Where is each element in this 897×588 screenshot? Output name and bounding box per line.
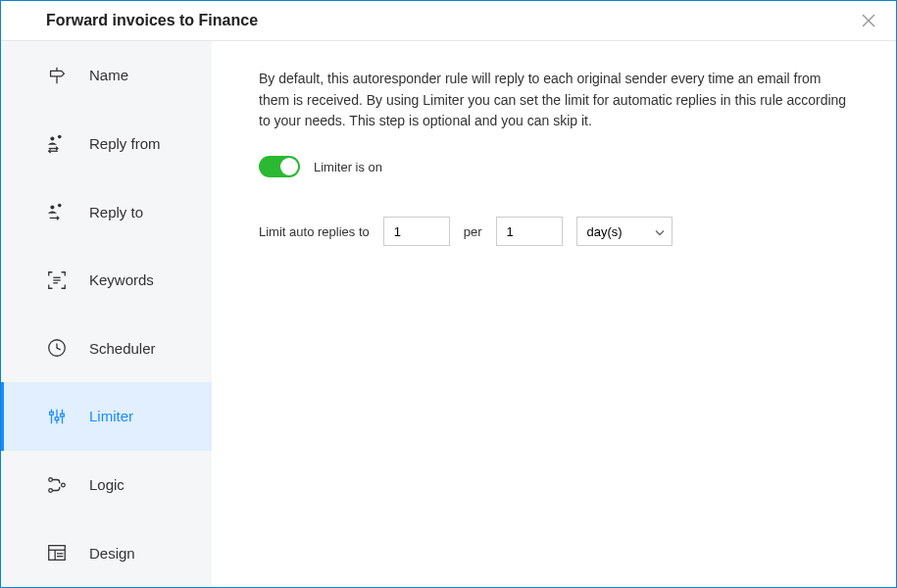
svg-point-23: [62, 483, 66, 487]
people-arrows-icon: [46, 132, 68, 154]
limit-per-label: per: [464, 224, 482, 239]
dialog: Forward invoices to Finance Name Reply f…: [0, 0, 897, 588]
limit-prefix-label: Limit auto replies to: [259, 224, 370, 239]
signpost-icon: [46, 65, 68, 86]
limit-unit-select[interactable]: day(s): [576, 217, 673, 246]
sidebar-item-limiter[interactable]: Limiter: [1, 382, 212, 451]
sidebar-item-keywords[interactable]: Keywords: [1, 246, 212, 315]
toggle-knob: [280, 158, 298, 175]
sidebar-item-logic[interactable]: Logic: [1, 451, 212, 519]
svg-point-8: [50, 205, 54, 209]
limit-unit-select-wrap: day(s): [576, 217, 673, 246]
body: Name Reply from Reply to Keywords: [1, 41, 896, 587]
limit-per-input[interactable]: [496, 217, 563, 246]
sidebar-item-name[interactable]: Name: [1, 41, 212, 110]
sidebar-item-label: Logic: [89, 476, 125, 493]
limit-count-input[interactable]: [383, 217, 450, 246]
close-button[interactable]: [859, 11, 878, 30]
header: Forward invoices to Finance: [1, 1, 896, 41]
description-text: By default, this autoresponder rule will…: [259, 69, 849, 132]
sidebar-item-label: Reply from: [89, 135, 161, 152]
svg-rect-20: [61, 414, 65, 416]
svg-point-21: [49, 477, 53, 481]
limit-settings-row: Limit auto replies to per day(s): [259, 217, 849, 246]
scan-text-icon: [46, 270, 68, 291]
sidebar-item-label: Name: [89, 67, 128, 83]
limiter-toggle-row: Limiter is on: [259, 156, 849, 177]
sidebar-item-design[interactable]: Design: [1, 518, 212, 587]
sidebar-item-label: Reply to: [89, 204, 143, 220]
sidebar-item-label: Keywords: [89, 271, 154, 288]
svg-point-5: [58, 135, 62, 139]
sidebar: Name Reply from Reply to Keywords: [1, 41, 212, 587]
sidebar-item-reply-to[interactable]: Reply to: [1, 177, 212, 246]
people-reply-icon: [46, 201, 68, 222]
sidebar-item-reply-from[interactable]: Reply from: [1, 110, 212, 178]
sidebar-item-label: Limiter: [89, 408, 133, 424]
svg-rect-16: [50, 412, 54, 415]
svg-point-9: [58, 204, 62, 208]
sidebar-item-label: Design: [89, 545, 135, 562]
limiter-toggle[interactable]: [259, 156, 300, 177]
svg-point-4: [50, 137, 54, 141]
sidebar-item-label: Scheduler: [89, 340, 156, 357]
page-title: Forward invoices to Finance: [46, 12, 258, 29]
svg-rect-18: [55, 417, 59, 420]
clock-icon: [46, 337, 68, 359]
limiter-toggle-label: Limiter is on: [314, 160, 382, 174]
close-icon: [862, 14, 875, 27]
sliders-icon: [46, 406, 68, 427]
sidebar-item-scheduler[interactable]: Scheduler: [1, 315, 212, 383]
diagram-icon: [46, 474, 68, 496]
layout-icon: [46, 542, 68, 564]
svg-point-22: [49, 488, 53, 492]
svg-rect-24: [49, 546, 66, 561]
content: By default, this autoresponder rule will…: [212, 41, 896, 587]
